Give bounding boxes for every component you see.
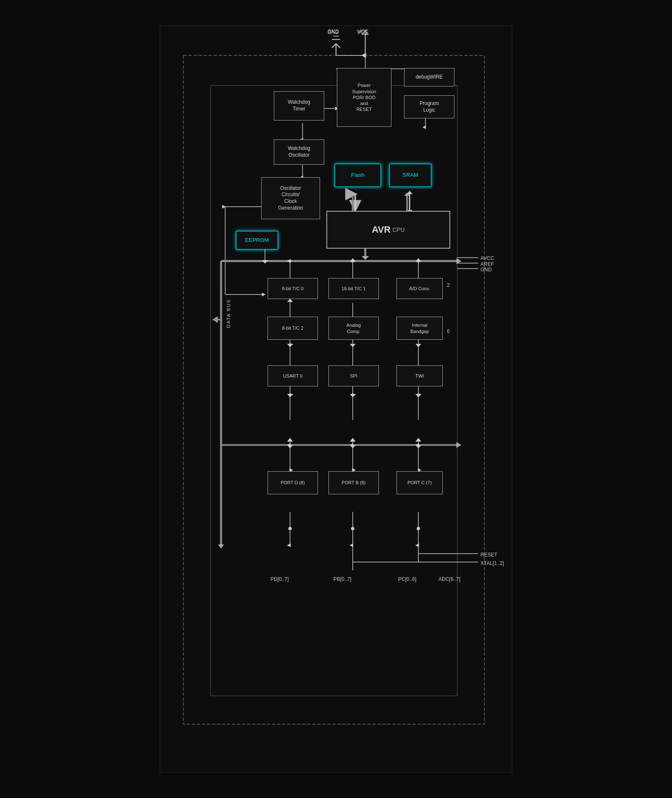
pd-label: PD[0..7] [270, 576, 289, 582]
flash-block: Flash [335, 164, 381, 187]
svg-marker-100 [287, 438, 293, 442]
usart0-block: USART 0 [268, 365, 318, 386]
svg-marker-57 [262, 260, 268, 264]
timer1-block: 16-bit T/C 1 [328, 278, 379, 299]
svg-point-118 [351, 527, 354, 530]
svg-marker-53 [213, 316, 218, 323]
timer0-block: 8-bit T/C 0 [268, 278, 318, 299]
analog-comp-block: Analog Comp. [328, 317, 379, 340]
svg-line-16 [332, 44, 336, 48]
svg-marker-45 [362, 256, 369, 260]
pb-label: PB[0..7] [333, 576, 352, 582]
svg-marker-62 [287, 299, 293, 302]
svg-marker-69 [415, 258, 421, 262]
svg-arrows [160, 26, 512, 772]
svg-marker-90 [350, 394, 356, 397]
watchdog-osc-block: Watchdog Oscillator [274, 139, 324, 165]
twi-block: TWI [396, 365, 443, 386]
data-bus-label: DATA BUS [226, 299, 231, 328]
svg-marker-105 [350, 438, 356, 442]
svg-marker-35 [407, 191, 412, 194]
xtal-label: XTAL[1..2] [480, 560, 504, 566]
sram-block: SRAM [389, 164, 431, 187]
six-label: 6 [447, 328, 450, 334]
svg-marker-98 [457, 442, 462, 448]
port-d-block: PORT D (8) [268, 471, 318, 494]
svg-marker-81 [415, 344, 421, 347]
eeprom-block: EEPROM [236, 231, 278, 249]
power-supervision-block: Power Supervision POR/ BOD and RESET [337, 68, 391, 127]
svg-marker-101 [287, 445, 293, 448]
svg-marker-41 [404, 192, 410, 196]
port-c-block: PORT C (7) [396, 471, 443, 494]
two-label: 2 [447, 282, 450, 288]
spi-block: SPI [328, 365, 379, 386]
debugwire-block: debugWIRE [404, 68, 454, 87]
watchdog-timer-block: Watchdog Timer [274, 91, 324, 121]
svg-marker-106 [350, 445, 356, 448]
svg-point-120 [417, 527, 420, 530]
internal-bandgap-block: Internal Bandgap [396, 317, 443, 340]
diagram-inner: GND VCC Watchdog Timer Watchdog Oscillat… [160, 26, 512, 772]
gnd-top-label: GND [328, 29, 339, 34]
svg-marker-52 [218, 544, 224, 549]
svg-marker-110 [415, 438, 421, 442]
svg-marker-47 [457, 258, 462, 264]
svg-point-115 [289, 527, 292, 530]
oscillator-circuits-block: Oscillator Circuits/ Clock Generation [261, 177, 320, 219]
svg-point-125 [289, 260, 291, 262]
svg-marker-94 [415, 394, 421, 397]
port-b-block: PORT B (8) [328, 471, 379, 494]
svg-marker-38 [350, 192, 356, 196]
diagram-container: GND VCC Watchdog Timer Watchdog Oscillat… [160, 25, 512, 773]
adc-label: ADC[6..7] [438, 576, 460, 582]
vcc-top-label: VCC [358, 29, 368, 34]
svg-marker-111 [415, 445, 421, 448]
svg-marker-72 [287, 344, 293, 347]
program-logic-block: Program Logic [404, 95, 454, 118]
reset-label: RESET [480, 552, 497, 558]
pc-label: PC[0..6] [398, 576, 416, 582]
svg-line-17 [336, 44, 340, 48]
adc-block: A/D Conv. [396, 278, 443, 299]
aref-label: AREF [480, 261, 494, 267]
avr-cpu-block: AVR CPU [326, 211, 450, 249]
svg-point-127 [417, 260, 420, 262]
svg-point-126 [351, 260, 354, 262]
gnd2-label: GND [480, 267, 492, 273]
svg-marker-86 [287, 394, 293, 397]
avcc-label: AVCC [480, 255, 494, 261]
svg-rect-13 [184, 55, 485, 724]
timer2-block: 8-bit T/C 2 [268, 317, 318, 340]
svg-marker-76 [350, 344, 356, 347]
svg-marker-65 [350, 258, 356, 262]
